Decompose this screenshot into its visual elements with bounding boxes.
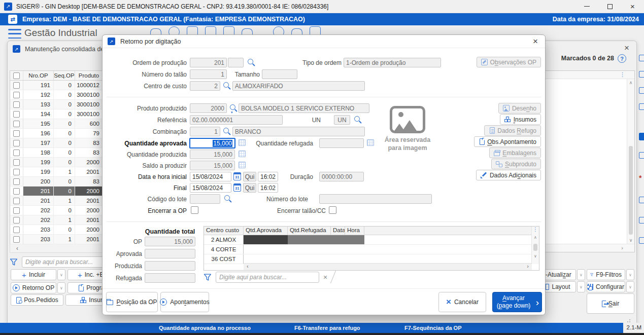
row-checkbox[interactable] [13, 227, 20, 233]
row-checkbox[interactable] [13, 121, 20, 127]
cc-table-search-input[interactable] [216, 272, 319, 283]
column-header[interactable]: Seq.OP [54, 71, 75, 80]
configurar-dropdown[interactable]: ∨ [626, 281, 634, 292]
row-checkbox[interactable] [13, 178, 20, 185]
resize-grip[interactable] [629, 319, 630, 320]
retorno-op-dropdown[interactable]: ∨ [57, 282, 65, 293]
scroll-down-icon[interactable]: ∨ [627, 238, 634, 243]
apontamentos-button[interactable]: Apontamentos [160, 292, 209, 312]
atualizar-dropdown[interactable]: ∨ [577, 269, 585, 280]
search-icon[interactable] [248, 59, 253, 64]
help-icon[interactable]: ? [618, 54, 626, 63]
column-header[interactable]: Centro custo [204, 227, 244, 235]
pos-pedidos-button[interactable]: Pos.Pedidos [11, 294, 63, 306]
configurar-button[interactable]: Configurar [587, 281, 625, 292]
scroll-thumb[interactable] [533, 244, 537, 251]
layout-dropdown[interactable]: ∨ [577, 281, 585, 292]
data-final-input[interactable]: 15/08/2024 [190, 183, 231, 193]
horizontal-scrollbar[interactable]: ‹ › [244, 263, 532, 270]
vertical-scrollbar[interactable]: ⋮ ∧ ∨ [531, 227, 539, 264]
centro-custo-row[interactable]: 4 CORTE [204, 245, 539, 254]
row-checkbox[interactable] [13, 188, 20, 195]
select-all-checkbox[interactable] [13, 72, 20, 79]
refresh-icon[interactable]: ⇄ [8, 15, 17, 24]
row-checkbox[interactable] [13, 207, 20, 214]
scroll-left-icon[interactable]: ‹ [247, 263, 249, 269]
toolbar-fragment-icon[interactable] [639, 237, 644, 244]
incluir-button[interactable]: +Incluir [11, 269, 56, 280]
row-checkbox[interactable] [13, 130, 20, 137]
filtros-button[interactable]: F9-Filtros [587, 269, 625, 280]
scroll-left-icon[interactable]: ‹ [16, 245, 18, 252]
encerrar-talao-checkbox[interactable] [329, 206, 336, 214]
toolbar-fragment-icon[interactable] [639, 197, 644, 203]
toolbar-fragment-icon[interactable] [639, 152, 644, 159]
hora-final-input[interactable]: 16:02 [258, 183, 278, 193]
maximize-button-icon[interactable] [598, 0, 621, 13]
encerrar-op-checkbox[interactable] [191, 206, 198, 214]
dialog-close-icon[interactable]: × [533, 36, 538, 47]
row-checkbox[interactable] [13, 82, 20, 89]
column-header[interactable]: Data [331, 227, 345, 235]
search-icon[interactable] [230, 104, 235, 110]
calendar-icon[interactable]: 31 [233, 183, 241, 192]
cancelar-button[interactable]: ×Cancelar [438, 292, 486, 312]
toolbar-fragment-icon[interactable] [639, 133, 644, 140]
side-action-button[interactable]: Obs.Apontamento [474, 136, 541, 147]
toolbar-fragment-icon[interactable] [639, 217, 644, 224]
kebab-menu-icon[interactable]: ⋮ [532, 227, 539, 232]
incluir-dropdown[interactable]: ∨ [57, 269, 65, 280]
side-action-button[interactable]: Subproduto [491, 159, 541, 169]
row-checkbox[interactable] [13, 198, 20, 204]
row-checkbox[interactable] [13, 111, 20, 118]
row-checkbox[interactable] [13, 101, 20, 108]
row-checkbox[interactable] [13, 159, 20, 166]
scroll-down-icon[interactable]: ∨ [532, 254, 539, 258]
column-header[interactable]: Nro.OP [23, 71, 54, 80]
side-action-button[interactable]: Dados Adicionais [476, 170, 541, 180]
toolbar-fragment-icon[interactable] [639, 55, 644, 61]
alert-asterisk-icon[interactable]: * [639, 175, 644, 181]
side-action-button[interactable]: Insumos [500, 114, 541, 125]
side-action-button[interactable]: Embalagens [489, 147, 541, 158]
avancar-button[interactable]: Avançar (page down) › [492, 292, 542, 312]
row-checkbox[interactable] [13, 217, 20, 224]
maintenance-close-icon[interactable]: × [624, 43, 629, 53]
menu-icon[interactable] [8, 29, 21, 39]
posicao-op-button[interactable]: Posição da OP [106, 292, 158, 312]
row-checkbox[interactable] [13, 140, 20, 146]
side-action-button[interactable]: Dados Refugo [484, 125, 541, 136]
grid-lookup-icon[interactable] [239, 162, 246, 168]
filter-icon[interactable] [10, 258, 18, 266]
kebab-menu-icon[interactable]: ⋮ [620, 71, 625, 78]
search-icon[interactable] [223, 128, 229, 133]
scroll-right-icon[interactable]: › [527, 263, 529, 269]
scroll-right-icon[interactable]: › [621, 245, 623, 251]
side-action-button[interactable]: Desenho [498, 103, 541, 114]
caret-down-icon[interactable]: ▾ [231, 110, 233, 115]
scroll-thumb[interactable] [629, 146, 633, 235]
column-header[interactable]: Qtd.Refugada [288, 227, 331, 235]
search-icon[interactable] [354, 116, 360, 122]
row-checkbox[interactable] [13, 169, 20, 175]
data-inicial-input[interactable]: 15/08/2024 [190, 172, 231, 181]
column-header[interactable]: Produto [75, 71, 103, 80]
minimize-button-icon[interactable] [575, 0, 598, 13]
toolbar-fragment-icon[interactable] [639, 87, 644, 94]
toolbar-fragment-icon[interactable] [639, 103, 644, 110]
row-checkbox[interactable] [13, 236, 20, 243]
close-button-icon[interactable]: × [621, 0, 644, 13]
scroll-up-icon[interactable]: ∧ [532, 235, 539, 240]
grid-lookup-icon[interactable] [239, 151, 246, 157]
retorno-op-button[interactable]: Retorno OP [11, 282, 56, 293]
row-checkbox[interactable] [13, 92, 20, 98]
column-header[interactable]: Qtd.Aprovada [244, 227, 288, 235]
sair-button[interactable]: Sair [587, 293, 634, 314]
row-checkbox[interactable] [13, 150, 20, 156]
filtros-dropdown[interactable]: ∨ [626, 269, 634, 280]
filter-icon[interactable] [204, 274, 212, 281]
vertical-scrollbar[interactable]: ∧ ∨ [627, 79, 634, 244]
scroll-up-icon[interactable]: ∧ [627, 80, 634, 85]
clear-filter-icon[interactable]: × [323, 273, 327, 281]
toolbar-fragment-icon[interactable] [639, 71, 644, 78]
